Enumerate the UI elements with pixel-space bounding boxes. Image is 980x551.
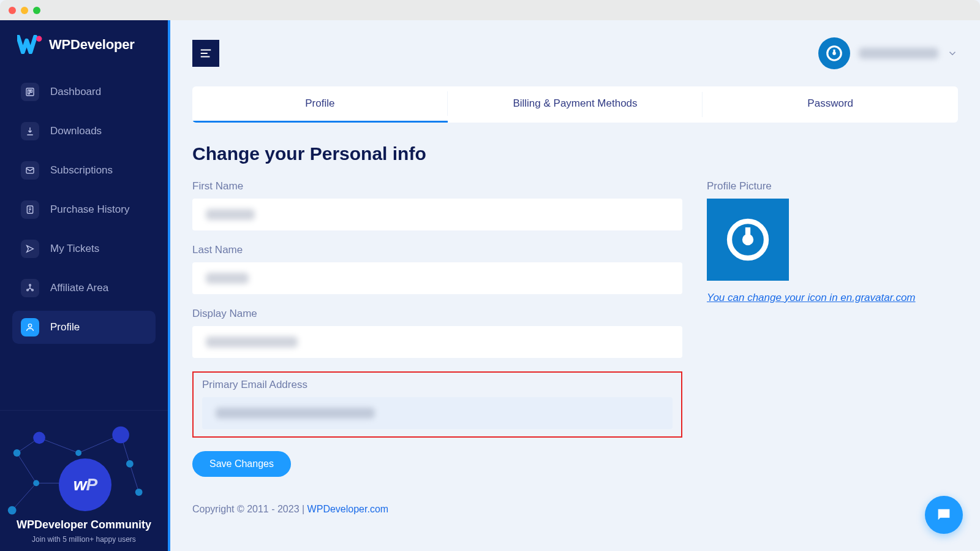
mail-icon	[21, 161, 39, 180]
sidebar-item-purchase-history[interactable]: Purchase History	[12, 193, 156, 226]
svg-point-25	[135, 488, 143, 496]
svg-point-29	[745, 237, 751, 243]
sidebar-item-label: Dashboard	[50, 86, 101, 98]
svg-point-21	[112, 427, 129, 444]
svg-line-15	[12, 483, 36, 510]
brand-name: WPDeveloper	[49, 37, 135, 53]
footer-link[interactable]: WPDeveloper.com	[307, 504, 389, 514]
sidebar-item-label: Purchase History	[50, 203, 129, 216]
nodes-icon	[21, 279, 39, 297]
window-titlebar	[0, 0, 980, 20]
first-name-field[interactable]	[192, 199, 682, 230]
label-display-name: Display Name	[192, 308, 682, 320]
email-highlight-box: Primary Email Address	[192, 371, 682, 438]
window-zoom-icon[interactable]	[33, 7, 40, 14]
sidebar-item-label: Subscriptions	[50, 164, 113, 177]
last-name-field[interactable]	[192, 262, 682, 294]
label-profile-picture: Profile Picture	[707, 180, 958, 192]
profile-picture	[707, 199, 789, 281]
display-name-field[interactable]	[192, 326, 682, 358]
community-subtitle: Join with 5 million+ happy users	[0, 535, 168, 544]
sidebar-item-label: My Tickets	[50, 243, 99, 255]
svg-line-17	[130, 464, 139, 492]
svg-point-9	[28, 324, 31, 327]
tab-billing[interactable]: Billing & Payment Methods	[448, 86, 703, 123]
brand-logo-icon	[17, 35, 43, 55]
svg-point-23	[33, 480, 39, 486]
svg-point-19	[33, 431, 45, 444]
sidebar-item-my-tickets[interactable]: My Tickets	[12, 232, 156, 265]
receipt-icon	[21, 200, 39, 219]
sidebar-item-downloads[interactable]: Downloads	[12, 115, 156, 148]
page-title: Change your Personal info	[192, 143, 958, 164]
topbar	[170, 20, 980, 69]
main-content: Profile Billing & Payment Methods Passwo…	[170, 20, 980, 551]
user-icon	[21, 318, 39, 336]
sidebar-item-subscriptions[interactable]: Subscriptions	[12, 154, 156, 187]
tab-password[interactable]: Password	[703, 86, 958, 123]
tab-profile[interactable]: Profile	[192, 86, 448, 123]
chat-fab[interactable]	[925, 496, 963, 534]
sidebar-item-label: Downloads	[50, 125, 102, 137]
label-last-name: Last Name	[192, 244, 682, 256]
sidebar-item-dashboard[interactable]: Dashboard	[12, 75, 156, 108]
sidebar-community-card[interactable]: wP WPDeveloper Community Join with 5 mil…	[0, 410, 168, 551]
label-first-name: First Name	[192, 180, 682, 192]
svg-point-6	[29, 284, 31, 286]
brand-row[interactable]: WPDeveloper	[0, 20, 168, 69]
sidebar-item-affiliate[interactable]: Affiliate Area	[12, 272, 156, 305]
sidebar: WPDeveloper Dashboard Downloads Subscrip…	[0, 20, 170, 551]
save-button[interactable]: Save Changes	[192, 451, 291, 477]
dashboard-icon	[21, 83, 39, 101]
sidebar-item-label: Affiliate Area	[50, 282, 108, 294]
sidebar-nav: Dashboard Downloads Subscriptions Purcha…	[0, 69, 168, 350]
window-close-icon[interactable]	[9, 7, 16, 14]
sidebar-item-label: Profile	[50, 321, 80, 333]
svg-point-27	[834, 53, 835, 55]
user-menu[interactable]	[818, 37, 958, 69]
window-minimize-icon[interactable]	[21, 7, 28, 14]
community-title: WPDeveloper Community	[0, 519, 168, 531]
download-icon	[21, 122, 39, 140]
tabs: Profile Billing & Payment Methods Passwo…	[192, 86, 958, 123]
user-display-name	[859, 48, 938, 59]
svg-point-20	[75, 450, 81, 456]
svg-rect-2	[28, 90, 30, 94]
footer: Copyright © 2011 - 2023 | WPDeveloper.co…	[192, 477, 958, 515]
primary-email-field[interactable]	[202, 397, 673, 429]
svg-point-22	[126, 460, 134, 468]
svg-point-0	[36, 36, 42, 42]
gravatar-link[interactable]: You can change your icon in en.gravatar.…	[707, 292, 916, 303]
avatar-icon	[818, 37, 850, 69]
community-logo-icon: wP	[59, 458, 111, 511]
svg-point-18	[13, 449, 21, 457]
svg-line-14	[17, 453, 37, 483]
footer-copyright: Copyright © 2011 - 2023 |	[192, 504, 307, 514]
svg-rect-3	[31, 90, 32, 93]
svg-point-24	[8, 506, 17, 515]
chevron-down-icon	[947, 48, 958, 59]
sidebar-item-profile[interactable]: Profile	[12, 311, 156, 344]
svg-line-11	[39, 438, 78, 453]
hamburger-button[interactable]	[192, 40, 219, 67]
label-primary-email: Primary Email Address	[202, 379, 673, 391]
ticket-icon	[21, 240, 39, 258]
